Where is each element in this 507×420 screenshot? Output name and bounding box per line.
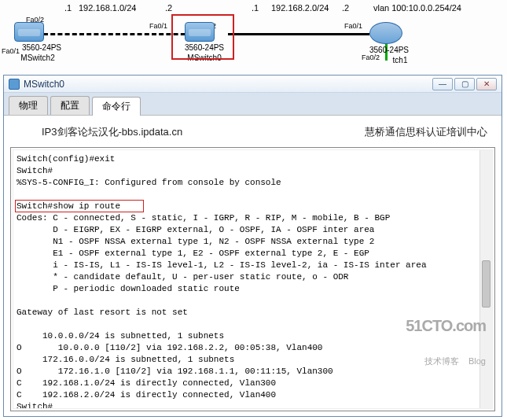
- content-heading: IP3剑客论坛汉化-bbs.ipdata.cn 慧桥通信思科认证培训中心: [10, 120, 495, 144]
- device-highlight: [171, 14, 234, 60]
- port-fa01-right: Fa0/1: [344, 22, 362, 30]
- switch-icon: [14, 22, 44, 42]
- net1-addr-a: .1: [64, 3, 72, 13]
- heading-left: IP3剑客论坛汉化-bbs.ipdata.cn: [42, 125, 182, 139]
- tab-config[interactable]: 配置: [50, 96, 90, 115]
- network-topology: 192.168.1.0/24 .1 .2 192.168.2.0/24 .1 .…: [0, 0, 507, 75]
- port-fa01-mid-l: Fa0/1: [149, 22, 167, 30]
- link-left: [43, 33, 193, 35]
- link-right: [228, 33, 369, 35]
- device-name-label: MSwitch2: [14, 53, 61, 62]
- window-controls: — ▢ ✕: [432, 78, 497, 90]
- net1-label: 192.168.1.0/24: [79, 3, 136, 13]
- vlan-label: vlan 100:10.0.0.254/24: [373, 3, 461, 13]
- window-content: IP3剑客论坛汉化-bbs.ipdata.cn 慧桥通信思科认证培训中心 Swi…: [4, 116, 501, 416]
- heading-right: 慧桥通信思科认证培训中心: [365, 125, 487, 139]
- minimize-button[interactable]: —: [432, 78, 453, 90]
- cli-terminal[interactable]: Switch(config)#exit Switch# %SYS-5-CONFI…: [13, 149, 493, 409]
- core-switch-icon: [369, 22, 402, 44]
- net2-label: 192.168.2.0/24: [271, 3, 329, 13]
- close-button[interactable]: ✕: [476, 78, 497, 90]
- terminal-frame: Switch(config)#exit Switch# %SYS-5-CONFI…: [10, 147, 495, 411]
- net1-addr-b: .2: [165, 3, 172, 13]
- device-mswitch2[interactable]: 3560-24PS MSwitch2: [14, 22, 61, 62]
- maximize-button[interactable]: ▢: [454, 78, 475, 90]
- device-model-label: 3560-24PS: [369, 46, 409, 54]
- app-icon: [9, 79, 20, 90]
- net2-addr-a: .1: [252, 3, 259, 13]
- titlebar[interactable]: MSwitch0 — ▢ ✕: [4, 76, 501, 93]
- device-name-label: tch1: [391, 56, 409, 64]
- app-window: MSwitch0 — ▢ ✕ 物理 配置 命令行 IP3剑客论坛汉化-bbs.i…: [3, 75, 502, 417]
- tab-physical[interactable]: 物理: [9, 96, 48, 115]
- net2-addr-b: .2: [342, 3, 349, 13]
- tab-cli[interactable]: 命令行: [92, 97, 141, 116]
- device-mswitch1[interactable]: 3560-24PS tch1: [369, 22, 409, 64]
- device-model-label: 3560-24PS: [22, 43, 61, 52]
- window-title: MSwitch0: [24, 79, 432, 90]
- tab-bar: 物理 配置 命令行: [4, 93, 501, 116]
